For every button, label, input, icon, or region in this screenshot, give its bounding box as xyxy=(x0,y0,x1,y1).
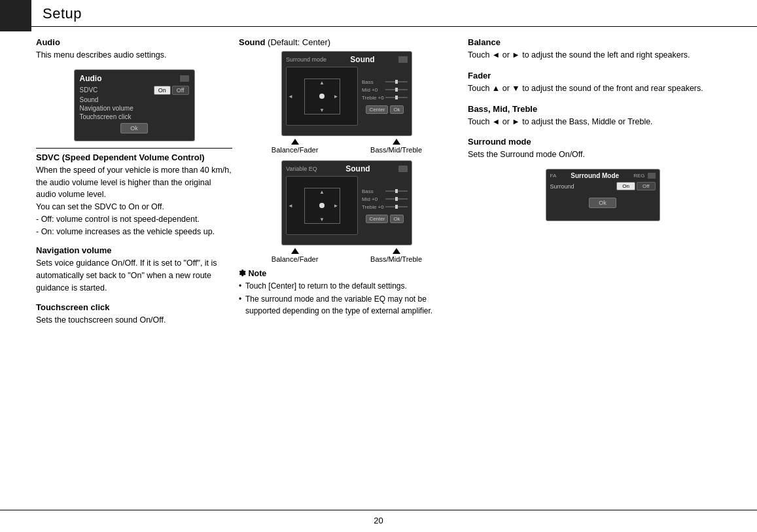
sound-title-bar-1: Surround mode Sound xyxy=(286,55,408,64)
audio-ok-btn[interactable]: Ok xyxy=(120,123,148,133)
fader-right-arrow: ► xyxy=(334,94,339,99)
section-surround-mode: Surround mode Sets the Surround mode On/… xyxy=(468,137,737,221)
sound-screen-2: Variable EQ Sound ◄ ▲ ▼ xyxy=(281,160,412,245)
eq-bass-slider xyxy=(385,81,408,82)
center-btn[interactable]: Center xyxy=(366,105,388,114)
sound-fader-panel-2: ◄ ▲ ▼ ► xyxy=(286,176,358,235)
page-number: 20 xyxy=(374,516,383,525)
sound-default: (Default: Center) xyxy=(268,37,330,47)
black-bar xyxy=(0,0,31,31)
page-title: Setup xyxy=(43,5,82,22)
eq2-ok-btn[interactable]: Ok xyxy=(390,215,403,223)
center2-btn-row: Center Ok xyxy=(362,215,408,223)
surround-ok-btn[interactable]: Ok xyxy=(589,198,616,208)
sound-screen-2-title: Sound xyxy=(317,164,398,173)
fader-dot-1 xyxy=(319,94,325,99)
sdvc-toggle: On Off xyxy=(154,86,189,95)
nav-vol-title: Navigation volume xyxy=(36,245,232,255)
surround-ok-row: Ok xyxy=(550,198,656,208)
balance-fader-label-2: Balance/Fader xyxy=(272,255,319,263)
surround-row-label: Surround xyxy=(550,183,574,190)
note-title: ✽ Note xyxy=(239,268,455,278)
nav-label: Navigation volume xyxy=(80,105,158,112)
eq2-row-treble: Treble +0 xyxy=(362,204,408,210)
eq-mid-label: Mid +0 xyxy=(362,87,385,93)
section-audio: Audio This menu describes audio settings… xyxy=(36,37,232,141)
eq-treble-thumb xyxy=(395,96,398,99)
surround-off-btn[interactable]: Off xyxy=(637,182,656,190)
fader-grid-1: ▲ ▼ ► xyxy=(304,79,340,115)
eq2-mid-thumb xyxy=(395,197,398,201)
fader-up-2: ▲ xyxy=(319,189,325,195)
balance-desc: Touch ◄ or ► to adjust the sound the lef… xyxy=(468,49,737,62)
eq-row-mid: Mid +0 xyxy=(362,87,408,93)
surround-toggle: On Off xyxy=(616,182,655,190)
eq2-bass-label: Bass xyxy=(362,188,385,194)
eq-bass-label: Bass xyxy=(362,79,385,85)
eq2-row-bass: Bass xyxy=(362,188,408,194)
fader-container-1: ◄ ▲ ▼ ► xyxy=(287,67,357,125)
eq-treble-slider xyxy=(385,97,408,98)
right-column: Balance Touch ◄ or ► to adjust the sound… xyxy=(461,37,737,500)
sound-back-icon-1 xyxy=(398,56,408,63)
surround-on-btn[interactable]: On xyxy=(616,182,635,190)
left-column: Audio This menu describes audio settings… xyxy=(36,37,239,500)
eq-bass-thumb xyxy=(395,80,398,84)
eq-treble-label: Treble +0 xyxy=(362,95,385,101)
balance-fader-indicator-1: Balance/Fader xyxy=(272,139,319,154)
page-wrapper: Setup Audio This menu describes audio se… xyxy=(0,0,757,532)
section-nav-vol: Navigation volume Sets voice guidance On… xyxy=(36,245,232,294)
eq-mid-slider xyxy=(385,89,408,90)
note-list: Touch [Center] to return to the default … xyxy=(239,280,455,317)
sound-eq-panel-2: Bass Mid +0 xyxy=(362,176,408,235)
audio-ok-row: Ok xyxy=(80,123,189,133)
page-footer: 20 xyxy=(0,510,757,525)
sound-fader-panel-1: ◄ ▲ ▼ ► xyxy=(286,67,358,126)
sound-eq-panel-1: Bass Mid +0 xyxy=(362,67,408,126)
audio-screen-inner: Audio SDVC On Off xyxy=(75,70,194,137)
eq2-mid-label: Mid +0 xyxy=(362,196,385,202)
fader-down-arrow: ▼ xyxy=(319,107,325,113)
sound-screen-1-inner: Surround mode Sound ◄ ▲ xyxy=(282,52,412,135)
eq2-treble-thumb xyxy=(395,205,398,209)
sdvc-section-title: SDVC (Speed Dependent Volume Control) xyxy=(36,152,232,162)
fader-left-arrow-2: ◄ xyxy=(288,203,293,209)
audio-desc: This menu describes audio settings. xyxy=(36,49,232,62)
audio-back-icon xyxy=(180,75,189,82)
sound-screen-2-inner: Variable EQ Sound ◄ ▲ ▼ xyxy=(282,161,412,245)
section-fader: Fader Touch ▲ or ▼ to adjust the sound o… xyxy=(468,71,737,95)
surround-screen-title: Surround Mode xyxy=(556,172,633,179)
center2-btn[interactable]: Center xyxy=(366,215,388,223)
surround-back-icon xyxy=(648,173,656,179)
surround-mode-label: Surround mode xyxy=(286,56,326,63)
eq2-mid-slider xyxy=(385,198,408,200)
touchscreen-desc: Sets the touchscreen sound On/Off. xyxy=(36,314,232,327)
fader-grid-2: ▲ ▼ ► xyxy=(304,188,340,224)
section-sdvc: SDVC (Speed Dependent Volume Control) Wh… xyxy=(36,152,232,238)
arrow-row-1: Balance/Fader Bass/Mid/Treble xyxy=(239,139,455,154)
surround-title: Surround mode xyxy=(468,137,737,147)
surround-reg-label: REG xyxy=(633,173,644,179)
note-item-1: Touch [Center] to return to the default … xyxy=(239,280,455,292)
sound-screen-1-title: Sound xyxy=(326,55,398,64)
audio-touch-row: Touchscreen click xyxy=(80,113,189,120)
surround-screen: FA Surround Mode REG Surround On Off xyxy=(546,169,660,221)
sound-label: Sound xyxy=(80,96,132,103)
fader-title: Fader xyxy=(468,71,737,80)
center-btn-row: Center Ok xyxy=(362,105,408,114)
audio-sound-row: Sound xyxy=(80,96,189,103)
note-section: ✽ Note Touch [Center] to return to the d… xyxy=(239,268,455,317)
sound-title-bar-2: Variable EQ Sound xyxy=(286,164,408,173)
bass-mid-treble-label-2: Bass/Mid/Treble xyxy=(370,255,422,263)
fader-desc: Touch ▲ or ▼ to adjust the sound of the … xyxy=(468,82,737,95)
bmt-desc: Touch ◄ or ► to adjust the Bass, Middle … xyxy=(468,116,737,128)
balance-fader-indicator-2: Balance/Fader xyxy=(272,248,319,263)
eq2-bass-slider xyxy=(385,190,408,192)
eq-row-bass: Bass xyxy=(362,79,408,85)
page-header: Setup xyxy=(0,0,757,27)
variable-eq-label: Variable EQ xyxy=(286,166,317,172)
eq-ok-btn[interactable]: Ok xyxy=(390,105,403,114)
sdvc-on-btn[interactable]: On xyxy=(154,86,171,95)
eq2-treble-label: Treble +0 xyxy=(362,204,385,210)
sdvc-off-btn[interactable]: Off xyxy=(172,86,189,95)
